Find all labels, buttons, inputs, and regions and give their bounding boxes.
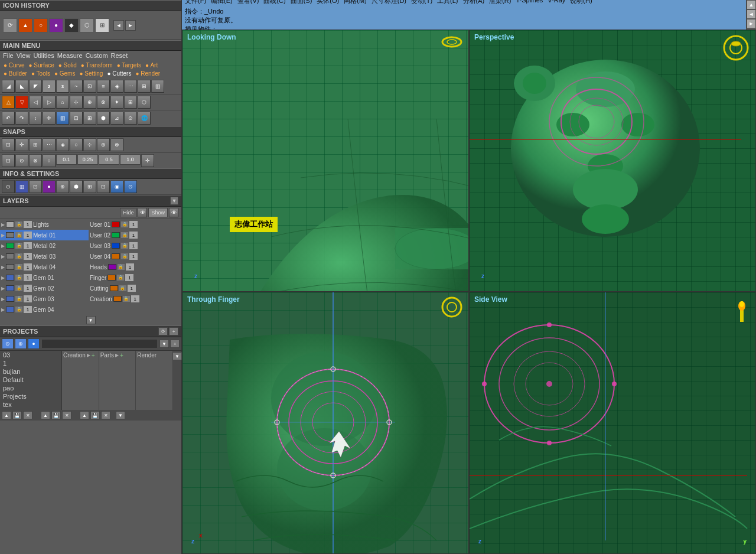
cat-cutters[interactable]: ● Cutters: [105, 70, 133, 77]
layer-metal04[interactable]: ▶ 🔒 1 Metal 04: [0, 262, 89, 272]
cat-curve[interactable]: ● Curve: [2, 61, 27, 69]
history-icon-1[interactable]: ⟳: [3, 18, 17, 32]
snap-btn-5[interactable]: ◈: [56, 138, 69, 151]
tool-2-4[interactable]: ▷: [43, 96, 56, 109]
proj-ctrl-5[interactable]: 💾: [51, 411, 61, 419]
history-icon-3[interactable]: ○: [34, 18, 48, 32]
menu-help-zh[interactable]: 说明(H): [570, 0, 592, 5]
proj-col-parts-arrow[interactable]: ▶: [115, 353, 119, 358]
cat-setting[interactable]: ● Setting: [77, 70, 105, 77]
menu-view[interactable]: View: [17, 52, 31, 59]
menu-render-zh[interactable]: 渲染(R): [489, 0, 511, 5]
tool-8[interactable]: ⋯: [124, 80, 137, 93]
proj-col-creation-arrow[interactable]: ▶: [87, 353, 90, 358]
proj-collapse-btn[interactable]: ▼: [159, 340, 169, 348]
nav-prev-btn[interactable]: ◄: [113, 20, 124, 31]
layer-heads[interactable]: Heads 🔒 1: [89, 262, 181, 272]
tool-3[interactable]: ◤: [29, 80, 42, 93]
snap-val-btn-4[interactable]: ○: [43, 154, 56, 167]
layer-expand-icon[interactable]: ▶: [1, 222, 5, 227]
layers-hide-btn[interactable]: Hide: [120, 208, 137, 217]
tool-2-11[interactable]: ⬡: [138, 96, 151, 109]
layer-gem03-lock[interactable]: 🔒: [15, 296, 22, 302]
menu-file[interactable]: File: [3, 52, 14, 59]
layer-user03-lock[interactable]: 🔒: [121, 243, 128, 249]
layer-gem04-expand[interactable]: ▶: [1, 307, 5, 312]
snap-btn-6[interactable]: ○: [70, 138, 83, 151]
menu-curve-zh[interactable]: 曲线(C): [263, 0, 285, 5]
tool-2-1[interactable]: △: [2, 96, 15, 109]
proj-item-projects[interactable]: Projects: [0, 392, 61, 400]
layer-metal02[interactable]: ▶ 🔒 1 Metal 02: [0, 240, 89, 251]
snap-btn-4[interactable]: ⋯: [43, 138, 56, 151]
tool-9[interactable]: ⊞: [138, 80, 151, 93]
tool-3-1[interactable]: ↶: [2, 112, 15, 125]
topbar-scroll-up[interactable]: ▲: [747, 0, 756, 9]
tool-3-3[interactable]: ↕: [29, 112, 42, 125]
menu-vray[interactable]: V-Ray: [548, 0, 565, 5]
proj-ctrl-6[interactable]: ✕: [62, 411, 71, 419]
tool-6[interactable]: ≡: [97, 80, 110, 93]
layer-gem04[interactable]: ▶ 🔒 1 Gem 04: [0, 304, 89, 315]
snap-btn-3[interactable]: ⊞: [29, 138, 42, 151]
cat-transform[interactable]: ● Transform: [79, 61, 115, 69]
layer-metal01[interactable]: ▶ 🔒 1 Metal 01: [0, 230, 89, 240]
tool-2-3[interactable]: ◁: [29, 96, 42, 109]
menu-view-zh[interactable]: 查看(V): [237, 0, 259, 5]
snap-btn-9[interactable]: ⊗: [110, 138, 123, 151]
tool-5[interactable]: ⊡: [83, 80, 96, 93]
cat-render[interactable]: ● Render: [133, 70, 162, 77]
nav-next-btn[interactable]: ►: [125, 20, 136, 31]
tool-3-2[interactable]: ↷: [15, 112, 28, 125]
viewport-looking-down[interactable]: Looking Down: [182, 30, 469, 292]
layer-metal01-expand[interactable]: ▶: [1, 233, 5, 238]
layer-user02-lock[interactable]: 🔒: [121, 232, 128, 238]
menu-analysis-zh[interactable]: 分析(A): [463, 0, 485, 5]
proj-ctrl-1[interactable]: ▲: [2, 411, 11, 419]
tool-3-4[interactable]: ✛: [43, 112, 56, 125]
menu-mesh-zh[interactable]: 网格(M): [344, 0, 367, 5]
proj-item-1[interactable]: 1: [0, 359, 61, 367]
proj-btn-2[interactable]: ⊕: [15, 338, 27, 349]
layer-user04-lock[interactable]: 🔒: [121, 253, 128, 259]
tool-3-8[interactable]: ⬢: [97, 112, 110, 125]
proj-btn-3[interactable]: ●: [28, 338, 40, 349]
proj-item-pao[interactable]: pao: [0, 384, 61, 392]
snap-val-btn-3[interactable]: ⊗: [29, 154, 42, 167]
tool-2-9[interactable]: ✦: [110, 96, 123, 109]
layer-gem02-expand[interactable]: ▶: [1, 286, 5, 291]
layers-show-btn[interactable]: Show: [148, 208, 168, 217]
history-icon-4[interactable]: ●: [49, 18, 63, 32]
info-btn-9[interactable]: ◉: [110, 180, 123, 193]
proj-col-creation-add[interactable]: +: [92, 352, 95, 359]
history-icon-6[interactable]: ⬡: [80, 18, 94, 32]
proj-right-btn[interactable]: ▼: [172, 352, 182, 360]
proj-ctrl-9[interactable]: ✕: [101, 411, 110, 419]
info-btn-5[interactable]: ⊕: [56, 180, 69, 193]
cat-surface[interactable]: ● Surface: [27, 61, 56, 69]
proj-item-03[interactable]: 03: [0, 351, 61, 359]
menu-tsplines[interactable]: T-Splines: [516, 0, 543, 5]
layer-user01-lock[interactable]: 🔒: [121, 221, 128, 227]
layer-metal03[interactable]: ▶ 🔒 1 Metal 03: [0, 251, 89, 262]
cat-solid[interactable]: ● Solid: [57, 61, 79, 69]
proj-item-bujian[interactable]: bujian: [0, 367, 61, 376]
menu-reset[interactable]: Reset: [111, 52, 128, 59]
tool-2-6[interactable]: ⊹: [70, 96, 83, 109]
layer-gem03-expand[interactable]: ▶: [1, 296, 5, 302]
tool-num-3[interactable]: 3: [56, 80, 69, 93]
tool-2[interactable]: ◣: [15, 80, 28, 93]
layer-metal04-expand[interactable]: ▶: [1, 265, 5, 270]
layer-finger[interactable]: Finger 🔒 1: [89, 272, 181, 283]
tool-2-2[interactable]: ▽: [15, 96, 28, 109]
info-btn-6[interactable]: ⬢: [70, 180, 83, 193]
layer-heads-lock[interactable]: 🔒: [118, 264, 125, 270]
menu-surface-zh[interactable]: 曲面(S): [291, 0, 312, 5]
layer-user03[interactable]: User 03 🔒 1: [89, 240, 181, 251]
menu-utilities[interactable]: Utilities: [33, 52, 54, 59]
proj-col-parts-add[interactable]: +: [120, 352, 123, 359]
proj-item-default[interactable]: Default: [0, 376, 61, 384]
proj-ctrl-10[interactable]: ▼: [116, 411, 125, 419]
layer-metal03-lock[interactable]: 🔒: [15, 253, 22, 259]
proj-ctrl-4[interactable]: ▲: [41, 411, 50, 419]
